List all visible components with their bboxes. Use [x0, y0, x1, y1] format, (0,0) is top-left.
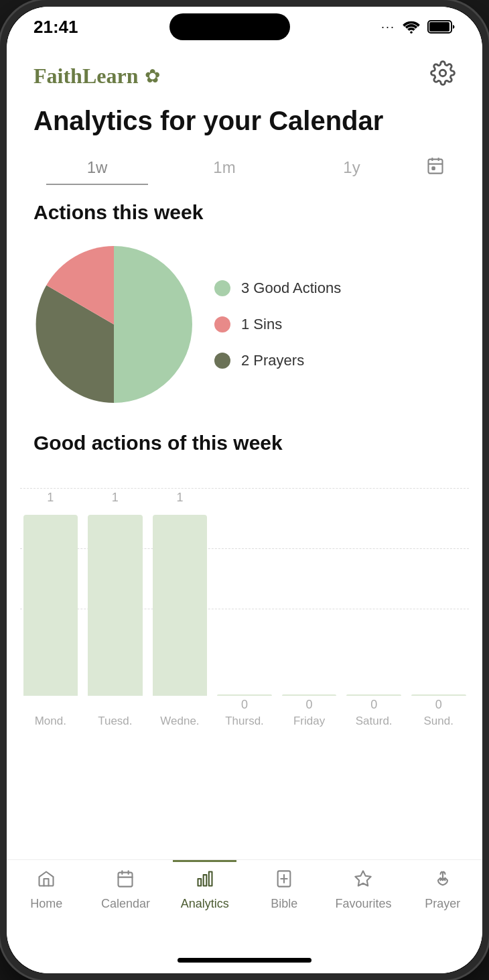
svg-rect-8 [432, 167, 435, 170]
good-actions-label: 3 Good Actions [241, 280, 341, 297]
prayers-dot [214, 353, 230, 369]
nav-analytics-label: Analytics [181, 897, 229, 911]
battery-icon [427, 19, 456, 34]
nav-favourites[interactable]: Favourites [324, 869, 403, 911]
volume-silent-button [0, 181, 7, 221]
bar-friday: 0 [279, 488, 340, 696]
phone-frame: 21:41 ··· [0, 0, 489, 980]
bar-value-friday: 0 [306, 698, 313, 712]
actions-section-title: Actions this week [7, 185, 482, 224]
app-header: FaithLearn ✿ [7, 47, 482, 98]
bar-wednesday: 1 [149, 488, 210, 696]
power-button [482, 261, 489, 369]
bar-monday: 1 [20, 488, 81, 696]
day-label-sunday: Sund. [408, 715, 469, 728]
pie-section: 3 Good Actions 1 Sins 2 Prayers [7, 224, 482, 425]
favourites-star-icon [353, 869, 373, 893]
legend-prayers: 2 Prayers [214, 352, 462, 369]
nav-bible-label: Bible [271, 897, 297, 911]
tab-calendar[interactable] [415, 151, 456, 185]
svg-rect-15 [209, 872, 212, 886]
dots-icon: ··· [381, 20, 395, 34]
svg-point-0 [410, 31, 413, 34]
good-actions-dot [214, 280, 230, 296]
svg-marker-19 [356, 871, 371, 885]
bar-value-thursday: 0 [241, 698, 248, 712]
bar-fill-saturday [346, 694, 401, 696]
bar-section-title: Good actions of this week [7, 425, 482, 454]
bar-fill-friday [282, 694, 337, 696]
volume-up-button [0, 235, 7, 302]
calendar-icon [115, 869, 135, 893]
status-bar: 21:41 ··· [7, 7, 482, 47]
settings-button[interactable] [430, 60, 456, 91]
tab-1y[interactable]: 1y [288, 150, 415, 185]
app-logo: FaithLearn ✿ [33, 64, 160, 88]
day-label-saturday: Saturd. [344, 715, 405, 728]
status-icons: ··· [381, 19, 456, 34]
bar-thursday: 0 [214, 488, 275, 696]
svg-rect-4 [429, 159, 443, 173]
bar-fill-monday [23, 515, 78, 696]
page-title: Analytics for your Calendar [7, 98, 482, 137]
volume-down-button [0, 315, 7, 382]
bar-value-monday: 1 [47, 491, 54, 505]
time-tabs: 1w 1m 1y [7, 137, 482, 185]
bar-tuesday: 1 [85, 488, 146, 696]
bar-value-tuesday: 1 [112, 491, 119, 505]
phone-screen: 21:41 ··· [7, 7, 482, 973]
nav-home-label: Home [30, 897, 62, 911]
home-bar [178, 958, 311, 963]
bar-fill-sunday [411, 694, 466, 696]
nav-bible[interactable]: Bible [244, 869, 324, 911]
bar-sunday: 0 [408, 488, 469, 696]
pie-chart-svg [27, 237, 201, 412]
bar-fill-tuesday [88, 515, 143, 696]
svg-rect-13 [198, 879, 201, 886]
tab-1m[interactable]: 1m [161, 150, 288, 185]
svg-rect-2 [429, 22, 449, 32]
wifi-icon [402, 20, 421, 34]
nav-calendar[interactable]: Calendar [86, 869, 165, 911]
pie-legend: 3 Good Actions 1 Sins 2 Prayers [214, 280, 462, 369]
day-label-friday: Friday [279, 715, 340, 728]
sins-label: 1 Sins [241, 316, 282, 333]
tab-1w[interactable]: 1w [33, 150, 161, 185]
nav-prayer[interactable]: Prayer [403, 869, 482, 911]
logo-flower-icon: ✿ [145, 65, 160, 87]
day-label-wednesday: Wedne. [149, 715, 210, 728]
svg-rect-9 [119, 873, 133, 887]
main-content: FaithLearn ✿ Analytics for your Calendar… [7, 47, 482, 859]
bar-saturday: 0 [344, 488, 405, 696]
prayers-label: 2 Prayers [241, 352, 304, 369]
nav-home[interactable]: Home [7, 869, 86, 911]
bar-fill-wednesday [153, 515, 208, 696]
bottom-nav: Home Calendar [7, 859, 482, 946]
day-label-tuesday: Tuesd. [85, 715, 146, 728]
bar-value-sunday: 0 [435, 698, 442, 712]
bottom-spacer [7, 728, 482, 748]
home-indicator [7, 946, 482, 973]
analytics-icon [195, 869, 215, 893]
app-name: FaithLearn [33, 64, 138, 88]
sins-dot [214, 316, 230, 332]
day-label-monday: Mond. [20, 715, 81, 728]
bar-value-saturday: 0 [370, 698, 377, 712]
day-label-thursday: Thursd. [214, 715, 275, 728]
bar-value-wednesday: 1 [176, 491, 183, 505]
prayer-icon [433, 869, 453, 893]
nav-favourites-label: Favourites [335, 897, 391, 911]
home-icon [36, 869, 56, 893]
nav-prayer-label: Prayer [425, 897, 460, 911]
legend-good-actions: 3 Good Actions [214, 280, 462, 297]
legend-sins: 1 Sins [214, 316, 462, 333]
bar-fill-thursday [217, 694, 272, 696]
svg-rect-14 [203, 875, 206, 885]
bar-chart-container: 1 1 1 0 [7, 454, 482, 728]
dynamic-island [169, 13, 290, 40]
bible-icon [274, 869, 294, 893]
status-time: 21:41 [33, 17, 78, 38]
nav-analytics[interactable]: Analytics [165, 869, 244, 911]
nav-calendar-label: Calendar [101, 897, 150, 911]
pie-chart [27, 237, 201, 412]
